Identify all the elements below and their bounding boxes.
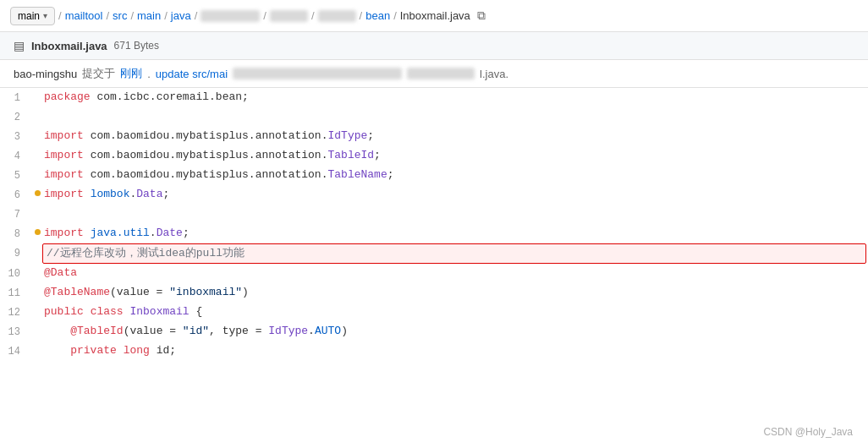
line-number-12: 12	[0, 303, 34, 322]
sep6: /	[263, 9, 266, 22]
sep3: /	[130, 9, 134, 22]
dot-2	[34, 107, 41, 112]
file-name: Inboxmail.java	[31, 40, 107, 52]
file-info-bar: ▤ Inboxmail.java 671 Bytes	[0, 32, 868, 60]
branch-selector[interactable]: main ▾	[10, 7, 55, 25]
line-content-11: @TableName(value = "inboxmail")	[41, 283, 868, 302]
chevron-down-icon: ▾	[43, 11, 47, 20]
line-number-14: 14	[0, 341, 34, 361]
sep9: /	[393, 9, 397, 22]
blurred-path-3	[318, 10, 356, 22]
code-line-2: 2	[0, 107, 868, 127]
file-icon: ▤	[14, 39, 25, 52]
orange-dot-8	[35, 229, 41, 235]
line-content-12: public class Inboxmail {	[41, 303, 868, 321]
breadcrumb-src[interactable]: src	[113, 9, 127, 22]
line-content-5: import com.baomidou.mybatisplus.annotati…	[41, 166, 868, 184]
dot-1	[34, 88, 41, 93]
commit-suffix: l.java.	[480, 68, 508, 80]
line-content-1: package com.icbc.coremail.bean;	[41, 88, 868, 107]
line-number-2: 2	[0, 107, 34, 127]
sep8: /	[360, 9, 363, 22]
dot-5	[34, 166, 41, 171]
watermark: CSDN @Holy_Java	[763, 426, 853, 438]
commit-bar: bao-mingshu 提交于 刚刚 . update src/mai l.ja…	[0, 60, 868, 88]
line-number-8: 8	[0, 224, 34, 243]
breadcrumb-main[interactable]: main	[137, 9, 161, 22]
commit-time: 刚刚	[120, 66, 142, 81]
line-number-5: 5	[0, 166, 34, 185]
code-line-11: 11 @TableName(value = "inboxmail")	[0, 283, 868, 303]
line-content-3: import com.baomidou.mybatisplus.annotati…	[41, 127, 868, 145]
line-number-11: 11	[0, 283, 34, 303]
dot-11	[34, 283, 41, 288]
sep1: /	[58, 9, 62, 22]
commit-separator: .	[147, 68, 151, 80]
code-line-8: 8 import java.util.Date;	[0, 224, 868, 243]
dot-9	[34, 243, 41, 249]
line-content-4: import com.baomidou.mybatisplus.annotati…	[41, 146, 868, 165]
dot-8	[34, 224, 41, 235]
line-number-6: 6	[0, 185, 34, 205]
line-content-10: @Data	[41, 264, 868, 282]
dot-6	[34, 185, 41, 196]
line-number-1: 1	[0, 88, 34, 107]
line-number-9: 9	[0, 243, 34, 263]
sep7: /	[311, 9, 315, 22]
dot-4	[34, 146, 41, 151]
code-line-13: 13 @TableId(value = "id", type = IdType.…	[0, 322, 868, 341]
code-line-4: 4 import com.baomidou.mybatisplus.annota…	[0, 146, 868, 166]
code-line-14: 14 private long id;	[0, 341, 868, 361]
line-number-4: 4	[0, 146, 34, 166]
dot-13	[34, 322, 41, 327]
dot-14	[34, 341, 41, 347]
blurred-commit-end	[407, 68, 475, 79]
file-size: 671 Bytes	[114, 40, 159, 52]
breadcrumb-filename: Inboxmail.java	[400, 9, 470, 22]
copy-icon[interactable]: ⧉	[477, 8, 486, 23]
commit-author: bao-mingshu	[14, 68, 77, 80]
blurred-commit-msg	[233, 68, 402, 79]
line-content-7	[41, 205, 868, 223]
line-content-14: private long id;	[41, 341, 868, 360]
line-content-6: import lombok.Data;	[41, 185, 868, 204]
sep4: /	[164, 9, 168, 22]
code-line-12: 12 public class Inboxmail {	[0, 303, 868, 322]
line-number-10: 10	[0, 264, 34, 283]
breadcrumb-bean[interactable]: bean	[365, 9, 390, 22]
breadcrumb-java[interactable]: java	[171, 9, 191, 22]
code-area: 1 package com.icbc.coremail.bean; 2 3 im…	[0, 88, 868, 361]
blurred-path-2	[270, 10, 308, 22]
code-line-7: 7	[0, 205, 868, 224]
line-content-13: @TableId(value = "id", type = IdType.AUT…	[41, 322, 868, 341]
line-number-13: 13	[0, 322, 34, 341]
line-number-3: 3	[0, 127, 34, 146]
blurred-path-1	[201, 10, 260, 22]
orange-dot-6	[35, 190, 41, 196]
line-content-2	[41, 107, 868, 126]
code-line-1: 1 package com.icbc.coremail.bean;	[0, 88, 868, 107]
sep2: /	[106, 9, 109, 22]
dot-3	[34, 127, 41, 132]
line-content-8: import java.util.Date;	[41, 224, 868, 243]
line-content-9: //远程仓库改动，测试idea的pull功能	[42, 243, 866, 264]
breadcrumb-bar: main ▾ / mailtool / src / main / java / …	[0, 0, 868, 32]
commit-action: 提交于	[82, 66, 115, 81]
branch-label: main	[18, 10, 40, 22]
code-line-10: 10 @Data	[0, 264, 868, 283]
dot-10	[34, 264, 41, 269]
dot-7	[34, 205, 41, 210]
breadcrumb-mailtool[interactable]: mailtool	[65, 9, 103, 22]
commit-message[interactable]: update src/mai	[156, 68, 228, 80]
sep5: /	[195, 9, 198, 22]
line-number-7: 7	[0, 205, 34, 224]
code-line-3: 3 import com.baomidou.mybatisplus.annota…	[0, 127, 868, 146]
code-line-6: 6 import lombok.Data;	[0, 185, 868, 205]
code-line-5: 5 import com.baomidou.mybatisplus.annota…	[0, 166, 868, 185]
dot-12	[34, 303, 41, 308]
code-line-9: 9 //远程仓库改动，测试idea的pull功能	[0, 243, 868, 264]
